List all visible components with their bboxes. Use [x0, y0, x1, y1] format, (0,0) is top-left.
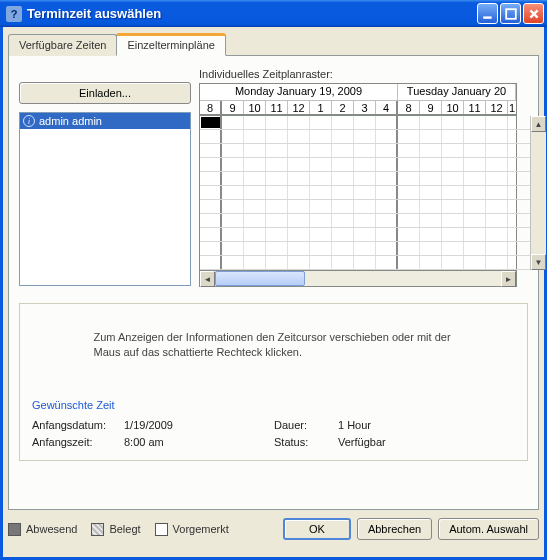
grid-row[interactable] — [200, 172, 530, 186]
grid-row[interactable] — [200, 130, 530, 144]
tab-individual-schedules[interactable]: Einzelterminpläne — [116, 33, 225, 56]
cancel-button[interactable]: Abbrechen — [357, 518, 432, 540]
ok-button[interactable]: OK — [283, 518, 351, 540]
horizontal-scrollbar[interactable]: ◄ ► — [199, 271, 517, 287]
svg-rect-1 — [506, 9, 516, 19]
minimize-button[interactable] — [477, 3, 498, 24]
grid-row[interactable] — [200, 200, 530, 214]
tab-available-times[interactable]: Verfügbare Zeiten — [8, 34, 117, 56]
client-area: Verfügbare Zeiten Einzelterminpläne Einl… — [0, 27, 547, 560]
swatch-busy — [91, 523, 104, 536]
attendee-name: admin admin — [39, 115, 102, 127]
start-time-label: Anfangszeit: — [32, 434, 124, 451]
grid-row[interactable] — [200, 256, 530, 270]
app-icon: ? — [6, 6, 22, 22]
legend-absent: Abwesend — [8, 523, 77, 536]
grid-row[interactable] — [200, 144, 530, 158]
scroll-right-button[interactable]: ► — [501, 271, 516, 287]
scroll-up-button[interactable]: ▲ — [531, 116, 546, 132]
legend-busy: Belegt — [91, 523, 140, 536]
close-button[interactable] — [523, 3, 544, 24]
auto-select-button[interactable]: Autom. Auswahl — [438, 518, 539, 540]
vertical-scrollbar[interactable]: ▲ ▼ — [530, 116, 546, 270]
swatch-absent — [8, 523, 21, 536]
grid-row[interactable] — [200, 242, 530, 256]
grid-row[interactable] — [200, 186, 530, 200]
hint-text: Zum Anzeigen der Informationen den Zeitc… — [94, 330, 454, 360]
scroll-left-button[interactable]: ◄ — [200, 271, 215, 287]
info-groupbox: Zum Anzeigen der Informationen den Zeitc… — [19, 303, 528, 461]
tab-panel: Einladen... i admin admin Individuelles … — [8, 55, 539, 510]
duration-label: Dauer: — [274, 417, 338, 434]
attendee-list[interactable]: i admin admin — [19, 112, 191, 286]
grid-label: Individuelles Zeitplanraster: — [199, 68, 528, 80]
start-time-value: 8:00 am — [124, 434, 274, 451]
invite-button[interactable]: Einladen... — [19, 82, 191, 104]
window-title: Terminzeit auswählen — [27, 6, 477, 21]
title-bar: ? Terminzeit auswählen — [0, 0, 547, 27]
scroll-thumb[interactable] — [215, 271, 305, 286]
hour-header: 8 9 10 11 12 1 2 3 4 8 9 10 11 12 — [200, 101, 516, 116]
start-date-value: 1/19/2009 — [124, 417, 274, 434]
bottom-bar: Abwesend Belegt Vorgemerkt OK Abbrechen … — [8, 518, 539, 540]
tab-strip: Verfügbare Zeiten Einzelterminpläne — [8, 33, 539, 55]
grid-row[interactable] — [200, 116, 530, 130]
duration-value: 1 Hour — [338, 417, 371, 434]
grid-row[interactable] — [200, 214, 530, 228]
maximize-button[interactable] — [500, 3, 521, 24]
start-date-label: Anfangsdatum: — [32, 417, 124, 434]
info-icon: i — [23, 115, 35, 127]
date-header: Tuesday January 20 — [398, 84, 516, 100]
list-item[interactable]: i admin admin — [20, 113, 190, 129]
scroll-track[interactable] — [215, 271, 501, 286]
date-header: Monday January 19, 2009 — [200, 84, 398, 100]
status-label: Status: — [274, 434, 338, 451]
svg-rect-0 — [483, 16, 491, 18]
time-cursor[interactable] — [201, 117, 220, 128]
status-value: Verfügbar — [338, 434, 386, 451]
grid-row[interactable] — [200, 158, 530, 172]
grid-row[interactable] — [200, 228, 530, 242]
scroll-down-button[interactable]: ▼ — [531, 254, 546, 270]
legend-tentative: Vorgemerkt — [155, 523, 229, 536]
swatch-tentative — [155, 523, 168, 536]
desired-time-title: Gewünschte Zeit — [32, 399, 515, 411]
schedule-grid[interactable]: Monday January 19, 2009 Tuesday January … — [199, 83, 517, 271]
